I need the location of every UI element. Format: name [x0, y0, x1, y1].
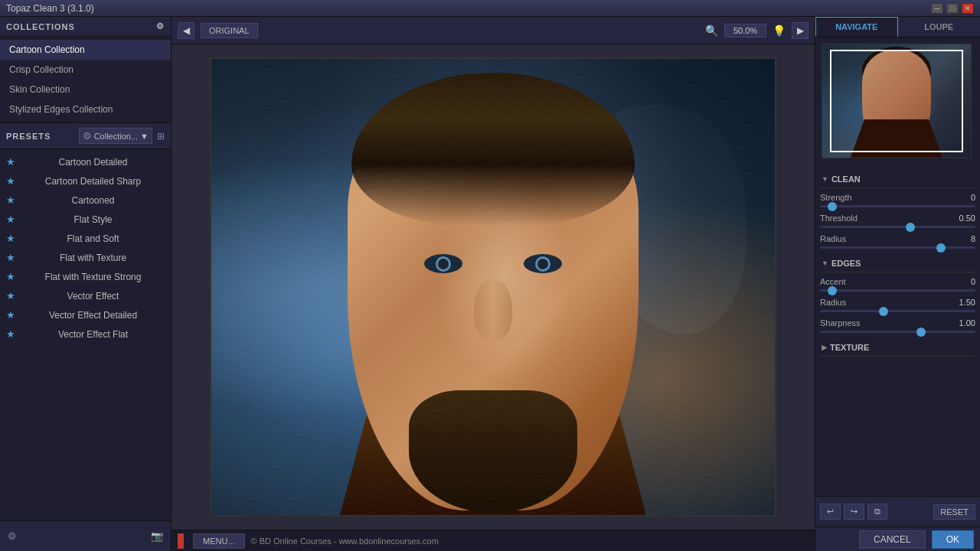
presets-list: ★ Cartoon Detailed ★ Cartoon Detailed Sh…	[0, 149, 171, 520]
nav-tabs: NAVIGATE LOUPE	[815, 17, 980, 37]
titlebar-title: Topaz Clean 3 (3.1.0)	[6, 3, 94, 14]
texture-section-header[interactable]: ▶ TEXTURE	[820, 339, 975, 357]
threshold-slider-container	[820, 226, 975, 228]
copy-button[interactable]: ⧉	[867, 504, 887, 520]
strength-row: Strength 0	[820, 193, 975, 202]
radius-clean-label: Radius	[820, 234, 945, 243]
tab-loupe[interactable]: LOUPE	[898, 17, 981, 37]
reset-button[interactable]: RESET	[933, 504, 975, 520]
edges-section-header[interactable]: ▼ EDGES	[820, 255, 975, 272]
maximize-button[interactable]: □	[946, 3, 959, 14]
zoom-search-icon[interactable]: 🔍	[705, 24, 718, 37]
sharpness-value: 1.00	[948, 318, 975, 328]
strength-thumb[interactable]	[828, 202, 837, 211]
red-indicator	[178, 533, 184, 549]
presets-dropdown[interactable]: ⚙ Collection... ▼	[79, 128, 152, 144]
undo-button[interactable]: ↩	[820, 504, 841, 520]
left-panel-settings-icon[interactable]: ⚙	[8, 530, 17, 542]
menu-button[interactable]: MENU...	[193, 533, 245, 549]
prev-button[interactable]: ◀	[178, 22, 194, 39]
history-buttons: ↩ ↪ ⧉	[820, 504, 887, 520]
preset-cartoon-detailed[interactable]: ★ Cartoon Detailed	[0, 152, 171, 171]
preset-name-flat-with-texture: Flat with Texture	[21, 253, 165, 263]
sharpness-label: Sharpness	[820, 318, 945, 328]
radius-clean-track	[820, 246, 975, 249]
center-area: ◀ ORIGINAL 🔍 💡 ▶	[172, 17, 815, 551]
presets-label: PRESETS	[6, 132, 74, 141]
strength-label: Strength	[820, 193, 945, 202]
minimize-button[interactable]: ─	[931, 3, 943, 14]
preset-name-cartooned: Cartooned	[21, 195, 165, 206]
accent-row: Accent 0	[820, 277, 975, 286]
accent-label: Accent	[820, 277, 945, 286]
sharpness-track	[820, 331, 975, 333]
next-button[interactable]: ▶	[792, 22, 808, 39]
preset-name-flat-with-texture-strong: Flat with Texture Strong	[21, 272, 165, 282]
collection-item-crisp[interactable]: Crisp Collection	[0, 60, 171, 80]
preset-name-vector-effect-detailed: Vector Effect Detailed	[21, 310, 165, 321]
preset-vector-effect[interactable]: ★ Vector Effect	[0, 286, 171, 305]
sliders-section: ▼ CLEAN Strength 0 Threshold 0.50	[815, 165, 980, 496]
cancel-button[interactable]: CANCEL	[859, 530, 926, 549]
close-button[interactable]: ✕	[962, 3, 974, 14]
strength-slider-container	[820, 205, 975, 207]
preset-flat-style[interactable]: ★ Flat Style	[0, 210, 171, 229]
ok-button[interactable]: OK	[932, 530, 974, 549]
edges-section-arrow: ▼	[822, 259, 828, 267]
snapshot-icon[interactable]: 📷	[151, 530, 163, 542]
zoom-input[interactable]	[724, 24, 766, 37]
star-icon-flat-and-soft: ★	[6, 233, 15, 244]
tab-navigate[interactable]: NAVIGATE	[815, 17, 898, 37]
preset-vector-effect-flat[interactable]: ★ Vector Effect Flat	[0, 324, 171, 344]
sharpness-row: Sharpness 1.00	[820, 318, 975, 328]
grid-view-icon[interactable]: ⊞	[157, 131, 165, 142]
clean-section-label: CLEAN	[831, 174, 861, 184]
radius-edges-track	[820, 310, 975, 312]
preview-container	[815, 37, 980, 165]
canvas-area	[172, 44, 815, 530]
left-panel: COLLECTIONS ⚙ Cartoon Collection Crisp C…	[0, 17, 172, 551]
preset-cartoon-detailed-sharp[interactable]: ★ Cartoon Detailed Sharp	[0, 171, 171, 191]
star-icon-vector-effect-detailed: ★	[6, 309, 15, 321]
star-icon-cartooned: ★	[6, 194, 15, 206]
lightbulb-icon[interactable]: 💡	[773, 24, 786, 37]
collections-header: COLLECTIONS ⚙	[0, 17, 171, 37]
texture-section-arrow: ▶	[822, 344, 827, 351]
preset-vector-effect-detailed[interactable]: ★ Vector Effect Detailed	[0, 305, 171, 324]
image-toolbar: ◀ ORIGINAL 🔍 💡 ▶	[172, 17, 815, 44]
threshold-thumb[interactable]	[906, 223, 915, 232]
dropdown-arrow-icon: ▼	[140, 132, 149, 141]
radius-clean-thumb[interactable]	[936, 243, 946, 253]
collection-item-skin[interactable]: Skin Collection	[0, 80, 171, 99]
preset-cartooned[interactable]: ★ Cartooned	[0, 191, 171, 210]
mini-portrait-suit	[851, 119, 942, 158]
radius-edges-label: Radius	[820, 298, 945, 307]
star-icon-vector-effect: ★	[6, 290, 15, 302]
right-panel: NAVIGATE LOUPE ▼ CLEAN Strength 0	[815, 17, 980, 551]
accent-value: 0	[948, 277, 975, 286]
preset-flat-and-soft[interactable]: ★ Flat and Soft	[0, 229, 171, 248]
radius-edges-thumb[interactable]	[879, 307, 888, 316]
strength-track	[820, 205, 975, 207]
accent-thumb[interactable]	[828, 286, 837, 295]
preset-name-cartoon-detailed: Cartoon Detailed	[21, 157, 165, 168]
radius-edges-slider-container	[820, 310, 975, 312]
portrait-image	[210, 57, 776, 517]
clean-section-header[interactable]: ▼ CLEAN	[820, 171, 975, 188]
collection-item-stylized[interactable]: Stylized Edges Collection	[0, 99, 171, 119]
redo-button[interactable]: ↪	[844, 504, 864, 520]
sharpness-thumb[interactable]	[916, 328, 926, 337]
star-icon-flat-with-texture-strong: ★	[6, 271, 15, 282]
preset-flat-with-texture[interactable]: ★ Flat with Texture	[0, 248, 171, 267]
radius-edges-value: 1.50	[948, 298, 975, 307]
star-icon-cartoon-detailed: ★	[6, 156, 15, 168]
accent-track	[820, 289, 975, 292]
preset-name-flat-and-soft: Flat and Soft	[21, 233, 165, 244]
preset-flat-with-texture-strong[interactable]: ★ Flat with Texture Strong	[0, 267, 171, 286]
preset-name-flat-style: Flat Style	[21, 214, 165, 225]
collections-settings-icon[interactable]: ⚙	[156, 21, 165, 31]
main-layout: COLLECTIONS ⚙ Cartoon Collection Crisp C…	[0, 17, 980, 551]
threshold-track	[820, 226, 975, 228]
preset-name-vector-effect-flat: Vector Effect Flat	[21, 329, 165, 340]
collection-item-cartoon[interactable]: Cartoon Collection	[0, 40, 171, 60]
